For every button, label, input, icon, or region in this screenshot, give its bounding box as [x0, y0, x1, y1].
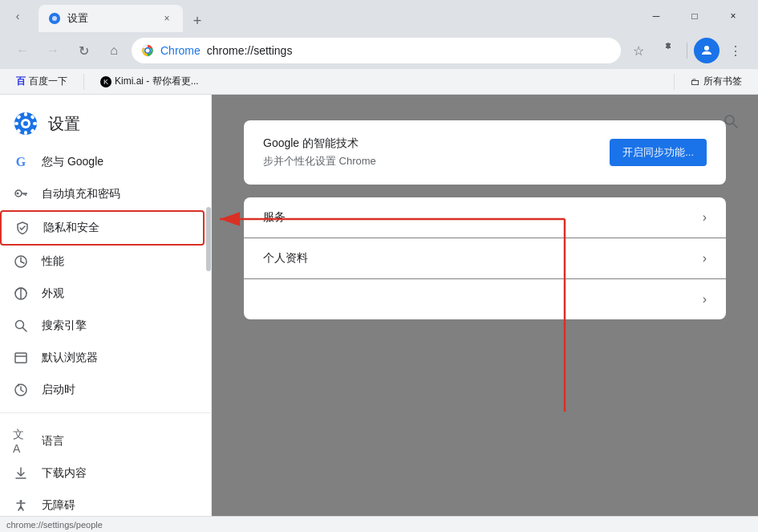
maximize-button[interactable]: □: [676, 4, 713, 28]
status-bar: chrome://settings/people: [0, 516, 758, 532]
svg-point-34: [725, 116, 734, 124]
search-icon-main: [723, 113, 739, 132]
settings-page-title: 设置: [48, 113, 80, 135]
bookmark-kimi[interactable]: K Kimi.ai - 帮你看更...: [94, 71, 205, 91]
browser-frame: ‹ 设置 × + ─ □ ×: [0, 0, 758, 532]
svg-line-27: [23, 328, 27, 332]
chevron-right-icon-2: ›: [703, 251, 707, 266]
profile-button[interactable]: [694, 38, 719, 63]
omnibox[interactable]: Chrome chrome://settings: [132, 38, 621, 63]
title-bar: ‹ 设置 × + ─ □ ×: [0, 0, 758, 32]
sidebar-label-appearance: 外观: [42, 286, 192, 301]
extra-row[interactable]: ›: [244, 279, 726, 319]
home-button[interactable]: ⌂: [101, 38, 127, 63]
status-url: chrome://settings/people: [6, 520, 103, 530]
menu-button[interactable]: ⋮: [723, 38, 748, 63]
sidebar-label-search: 搜索引擎: [42, 319, 192, 333]
startup-icon: [13, 382, 29, 398]
bookmark-kimi-label: Kimi.ai - 帮你看更...: [115, 75, 199, 88]
tab-back-button[interactable]: ‹: [6, 5, 29, 27]
forward-button[interactable]: →: [40, 38, 66, 63]
sidebar-item-privacy[interactable]: 隐私和安全: [0, 210, 205, 246]
sidebar-item-language[interactable]: 文A 语言: [0, 425, 205, 457]
settings-content: Google 的智能技术 步并个性化设置 Chrome 开启同步功能... 服务…: [212, 95, 758, 351]
svg-rect-10: [14, 122, 18, 125]
profile-icon: [699, 43, 714, 59]
scroll-thumb: [206, 207, 211, 271]
svg-line-35: [733, 124, 737, 128]
settings-search-button[interactable]: [716, 108, 745, 136]
back-icon: ←: [16, 43, 29, 58]
sidebar-item-downloads[interactable]: 下载内容: [0, 457, 205, 489]
new-tab-button[interactable]: +: [186, 10, 209, 32]
address-bar: ← → ↻ ⌂ Chrome chrome://s: [0, 32, 758, 69]
page-content: 设置 G 您与 Google: [0, 95, 758, 516]
accessibility-icon: [13, 497, 29, 514]
svg-point-33: [20, 500, 22, 502]
chevron-left-icon: ‹: [16, 10, 20, 22]
sidebar-item-accessibility[interactable]: 无障碍: [0, 489, 205, 516]
chevron-right-icon-3: ›: [703, 292, 707, 307]
minimize-button[interactable]: ─: [638, 4, 675, 28]
star-icon: ☆: [633, 43, 644, 59]
omnibox-brand: Chrome: [160, 44, 201, 57]
sidebar-label-accessibility: 无障碍: [42, 498, 192, 513]
nav-divider: [0, 412, 211, 419]
tab-favicon: [48, 12, 61, 25]
kimi-favicon: K: [100, 76, 111, 87]
sidebar-item-appearance[interactable]: 外观: [0, 278, 205, 310]
profile-row[interactable]: 个人资料 ›: [244, 238, 726, 278]
sidebar-nav: G 您与 Google 自动填充和密码: [0, 143, 211, 516]
svg-rect-8: [24, 112, 27, 116]
sidebar-label-performance: 性能: [42, 254, 192, 269]
sidebar-label-browser: 默认浏览器: [42, 351, 192, 365]
svg-point-20: [17, 193, 19, 195]
omnibox-url: chrome://settings: [207, 44, 293, 57]
profile-label: 个人资料: [263, 251, 308, 266]
service-label: 服务: [263, 210, 286, 225]
sidebar-item-browser[interactable]: 默认浏览器: [0, 342, 205, 374]
sidebar-label-downloads: 下载内容: [42, 466, 192, 481]
refresh-button[interactable]: ↻: [71, 38, 96, 63]
chevron-right-icon-1: ›: [703, 210, 707, 225]
tab-title: 设置: [67, 11, 154, 26]
sync-card-desc: 步并个性化设置 Chrome: [263, 154, 597, 169]
more-icon: ⋮: [729, 43, 742, 59]
performance-icon: [13, 254, 29, 270]
svg-rect-28: [15, 353, 26, 363]
window-controls-left: ‹: [6, 5, 29, 27]
sidebar-item-search[interactable]: 搜索引擎: [0, 310, 205, 342]
sync-card-title: Google 的智能技术: [263, 136, 597, 151]
sidebar-item-autofill[interactable]: 自动填充和密码: [0, 178, 205, 210]
close-button[interactable]: ×: [715, 4, 752, 28]
sync-button[interactable]: 开启同步功能...: [610, 139, 707, 166]
window-controls-right: ─ □ ×: [638, 4, 752, 28]
sync-card-content: Google 的智能技术 步并个性化设置 Chrome: [263, 136, 597, 169]
sidebar-item-startup[interactable]: 启动时: [0, 374, 205, 406]
service-row[interactable]: 服务 ›: [244, 197, 726, 238]
bookmark-baidu-label: 百度一下: [29, 75, 67, 88]
bookmarks-bar: 百 百度一下 K Kimi.ai - 帮你看更... 🗀 所有书签: [0, 69, 758, 95]
sidebar-item-google[interactable]: G 您与 Google: [0, 146, 205, 178]
shield-icon: [14, 220, 30, 236]
search-icon: [13, 318, 29, 334]
sidebar-label-privacy: 隐私和安全: [43, 221, 190, 235]
sidebar-item-performance[interactable]: 性能: [0, 246, 205, 278]
bookmark-separator: [83, 74, 84, 90]
settings-logo: [13, 111, 39, 136]
all-bookmarks-label: 所有书签: [703, 75, 742, 88]
bookmark-baidu[interactable]: 百 百度一下: [10, 71, 74, 91]
sidebar-label-language: 语言: [42, 434, 192, 449]
bookmark-separator-2: [674, 74, 675, 90]
active-tab[interactable]: 设置 ×: [39, 5, 183, 32]
back-button[interactable]: ←: [10, 38, 35, 63]
all-bookmarks-button[interactable]: 🗀 所有书签: [684, 71, 748, 91]
bookmark-button[interactable]: ☆: [626, 38, 651, 63]
appearance-icon: [13, 286, 29, 302]
tab-close-button[interactable]: ×: [160, 12, 173, 25]
folder-icon: 🗀: [691, 76, 700, 87]
svg-point-4: [704, 46, 709, 51]
tabs-area: 设置 × +: [39, 0, 634, 32]
extensions-button[interactable]: [655, 38, 680, 63]
key-icon: [13, 186, 29, 202]
